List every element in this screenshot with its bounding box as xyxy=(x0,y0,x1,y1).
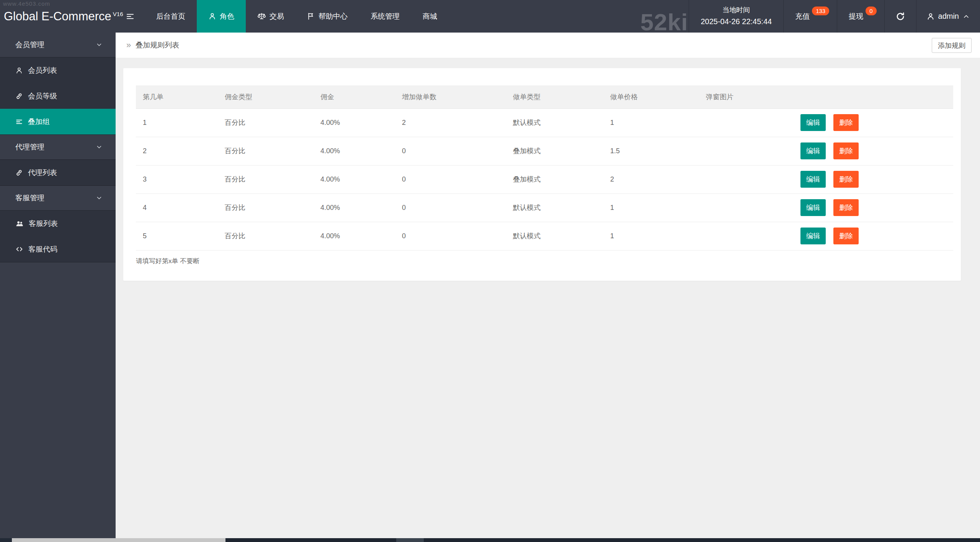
cell-add-count: 2 xyxy=(395,108,506,137)
table-row: 4 百分比 4.00% 0 默认模式 1 编辑 删除 xyxy=(136,193,953,222)
user-icon xyxy=(15,67,23,74)
col-header-commission-type: 佣金类型 xyxy=(218,85,314,108)
code-icon xyxy=(15,245,23,253)
app-logo-text: Global E-Commerce xyxy=(4,10,111,23)
delete-button[interactable]: 删除 xyxy=(833,114,859,131)
sidebar-group-support[interactable]: 客服管理 xyxy=(0,186,116,210)
sidebar-group-agents[interactable]: 代理管理 xyxy=(0,135,116,159)
cell-popup-image xyxy=(699,193,794,222)
cell-actions: 编辑 删除 xyxy=(794,222,953,250)
nav-item-label: 商城 xyxy=(423,11,437,21)
cell-price: 1 xyxy=(603,108,699,137)
local-time: 当地时间 2025-04-26 22:45:44 xyxy=(689,0,784,33)
scrollbar-thumb[interactable] xyxy=(12,538,225,542)
nav-item-system[interactable]: 系统管理 xyxy=(359,0,411,33)
col-header-add-count: 增加做单数 xyxy=(395,85,506,108)
refresh-button[interactable] xyxy=(884,0,916,33)
recharge-button[interactable]: 充值 133 xyxy=(784,0,837,33)
cell-mode: 默认模式 xyxy=(506,108,603,137)
edit-button[interactable]: 编辑 xyxy=(800,114,826,131)
rules-table: 第几单 佣金类型 佣金 增加做单数 做单类型 做单价格 弹窗图片 1 百分比 4… xyxy=(136,85,953,251)
cell-mode: 默认模式 xyxy=(506,222,603,250)
top-navbar: www.4e503.com Global E-Commerce V16 后台首页… xyxy=(0,0,980,33)
nav-item-label: 后台首页 xyxy=(156,11,185,21)
main-content: » 叠加规则列表 添加规则 第几单 佣金类型 佣金 增加做单数 做单类型 做单价… xyxy=(116,33,980,542)
cell-order: 5 xyxy=(136,222,218,250)
col-header-order: 第几单 xyxy=(136,85,218,108)
sidebar: 会员管理 会员列表 会员等级 叠加组 代理管理 代理列表 客服管理 xyxy=(0,33,116,542)
sidebar-item-member-level[interactable]: 会员等级 xyxy=(0,83,116,109)
withdraw-badge: 0 xyxy=(866,7,876,15)
scales-icon xyxy=(257,12,266,21)
cell-mode: 叠加模式 xyxy=(506,165,603,193)
refresh-icon xyxy=(895,11,905,21)
cell-price: 1 xyxy=(603,193,699,222)
sidebar-group-label: 会员管理 xyxy=(15,40,44,50)
cell-order: 3 xyxy=(136,165,218,193)
cell-commission: 4.00% xyxy=(314,165,395,193)
sidebar-item-member-list[interactable]: 会员列表 xyxy=(0,57,116,83)
cell-popup-image xyxy=(699,222,794,250)
edit-button[interactable]: 编辑 xyxy=(800,228,826,244)
flag-icon xyxy=(307,12,315,20)
table-row: 1 百分比 4.00% 2 默认模式 1 编辑 删除 xyxy=(136,108,953,137)
nav-item-label: 帮助中心 xyxy=(318,11,348,21)
cell-commission-type: 百分比 xyxy=(218,222,314,250)
hamburger-icon xyxy=(126,12,135,21)
cell-actions: 编辑 删除 xyxy=(794,108,953,137)
col-header-actions xyxy=(794,85,953,108)
cell-commission: 4.00% xyxy=(314,108,395,137)
cell-price: 1 xyxy=(603,222,699,250)
cell-add-count: 0 xyxy=(395,222,506,250)
cell-commission-type: 百分比 xyxy=(218,137,314,165)
nav-item-dashboard[interactable]: 后台首页 xyxy=(145,0,197,33)
sidebar-subgroup-support: 客服列表 客服代码 xyxy=(0,210,116,262)
link-icon xyxy=(15,169,23,177)
nav-item-roles[interactable]: 角色 xyxy=(197,0,246,33)
add-rule-button[interactable]: 添加规则 xyxy=(932,38,972,53)
sidebar-item-label: 代理列表 xyxy=(28,168,57,178)
scrollbar-segment xyxy=(396,538,424,542)
cell-order: 4 xyxy=(136,193,218,222)
list-icon xyxy=(15,118,23,126)
nav-item-mall[interactable]: 商城 xyxy=(411,0,449,33)
edit-button[interactable]: 编辑 xyxy=(800,199,826,216)
nav-item-trade[interactable]: 交易 xyxy=(246,0,296,33)
cell-actions: 编辑 删除 xyxy=(794,193,953,222)
nav-item-label: 角色 xyxy=(220,11,234,21)
withdraw-button[interactable]: 提现 0 xyxy=(837,0,884,33)
sidebar-item-label: 叠加组 xyxy=(28,117,50,127)
sidebar-item-agent-list[interactable]: 代理列表 xyxy=(0,160,116,185)
site-watermark: www.4e503.com xyxy=(3,0,50,7)
rules-card: 第几单 佣金类型 佣金 增加做单数 做单类型 做单价格 弹窗图片 1 百分比 4… xyxy=(123,68,961,281)
delete-button[interactable]: 删除 xyxy=(833,142,859,159)
table-header-row: 第几单 佣金类型 佣金 增加做单数 做单类型 做单价格 弹窗图片 xyxy=(136,85,953,108)
cell-order: 1 xyxy=(136,108,218,137)
nav-item-help-center[interactable]: 帮助中心 xyxy=(296,0,359,33)
sidebar-item-support-code[interactable]: 客服代码 xyxy=(0,236,116,262)
sidebar-subgroup-agents: 代理列表 xyxy=(0,159,116,186)
user-menu[interactable]: admin xyxy=(916,0,980,33)
cell-add-count: 0 xyxy=(395,165,506,193)
cell-order: 2 xyxy=(136,137,218,165)
edit-button[interactable]: 编辑 xyxy=(800,171,826,188)
cell-mode: 叠加模式 xyxy=(506,137,603,165)
sidebar-group-members[interactable]: 会员管理 xyxy=(0,33,116,57)
delete-button[interactable]: 删除 xyxy=(833,171,859,188)
recharge-badge: 133 xyxy=(812,7,829,15)
sidebar-subgroup-members: 会员列表 会员等级 叠加组 xyxy=(0,57,116,135)
sidebar-item-support-list[interactable]: 客服列表 xyxy=(0,211,116,236)
sidebar-item-stack-group[interactable]: 叠加组 xyxy=(0,109,116,134)
recharge-label: 充值 xyxy=(795,11,810,21)
edit-button[interactable]: 编辑 xyxy=(800,142,826,159)
col-header-popup-image: 弹窗图片 xyxy=(699,85,794,108)
cell-actions: 编辑 删除 xyxy=(794,165,953,193)
delete-button[interactable]: 删除 xyxy=(833,199,859,216)
delete-button[interactable]: 删除 xyxy=(833,228,859,244)
cell-popup-image xyxy=(699,108,794,137)
chevron-down-icon xyxy=(96,144,103,151)
nav-item-label: 系统管理 xyxy=(371,11,400,21)
chevron-down-icon xyxy=(96,195,103,201)
cell-commission: 4.00% xyxy=(314,137,395,165)
horizontal-scrollbar[interactable] xyxy=(0,538,980,542)
